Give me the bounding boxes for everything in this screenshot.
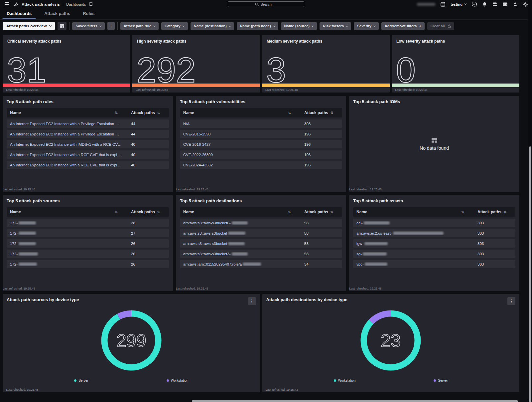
row-link[interactable]: arn:aws:ec2:us-east-: [356, 231, 392, 235]
dashboard-view-selector[interactable]: Attack paths overview: [3, 22, 55, 30]
breadcrumb[interactable]: Dashboards: [66, 2, 86, 6]
redacted-text: [232, 252, 248, 255]
panel-title: Critical severity attack paths: [3, 35, 130, 48]
sort-icon[interactable]: ⇅: [157, 210, 160, 214]
tab-rules[interactable]: Rules: [81, 9, 96, 19]
filter-chip-name-path-node[interactable]: Name (path node): [237, 22, 278, 30]
row-link[interactable]: sg-: [356, 252, 362, 256]
row-link[interactable]: CVE-2016-3427: [183, 142, 210, 146]
filter-chip-category[interactable]: Category: [161, 22, 188, 30]
workspace-selector[interactable]: testing: [451, 2, 466, 6]
sort-icon[interactable]: ⇅: [330, 111, 333, 115]
filter-chip-attack-path-rule[interactable]: Attack path rule: [120, 22, 159, 30]
sort-icon[interactable]: ⇅: [157, 111, 160, 115]
row-link[interactable]: arn:aws:iam::011528295407:role/a: [183, 262, 242, 266]
filter-chip-name-source[interactable]: Name (source): [281, 22, 317, 30]
last-refreshed: Last refreshed: 19:25:48: [132, 87, 260, 93]
row-link[interactable]: arn:aws:s3::aws-s3bucket: [183, 242, 227, 246]
falcon-badge-icon[interactable]: [471, 1, 477, 7]
row-link[interactable]: 172-: [10, 231, 18, 235]
tab-attack-paths[interactable]: Attack paths: [42, 9, 72, 19]
donut-chart[interactable]: 23: [357, 307, 424, 374]
table-header: Name⇅Attack paths⇅: [353, 207, 515, 217]
sort-icon[interactable]: ⇅: [115, 111, 118, 115]
row-link[interactable]: 172-: [10, 242, 18, 246]
redacted-text: [19, 242, 36, 245]
sort-icon[interactable]: ⇅: [288, 210, 291, 214]
donut-chart-wrap: 299: [3, 307, 260, 374]
row-link[interactable]: CVE-2015-2590: [183, 132, 210, 136]
grid-icon[interactable]: [440, 2, 446, 7]
filter-chip-name-destination[interactable]: Name (destination): [191, 22, 234, 30]
filter-chip-risk-factors[interactable]: Risk factors: [320, 22, 351, 30]
panel-top-5-attack-path-destinations: Top 5 attack path destinationsName⇅Attac…: [176, 195, 346, 291]
donut-center-value: 23: [381, 330, 401, 350]
notifications-icon[interactable]: [482, 2, 487, 7]
panel-title: Top 5 attack path vulnerabilities: [180, 99, 342, 104]
add-remove-filters-button[interactable]: Add/remove filters +: [381, 22, 425, 30]
row-link[interactable]: N/A: [183, 122, 190, 126]
empty-state: No data found: [349, 138, 519, 151]
legend-item-server[interactable]: Server: [74, 379, 88, 382]
sort-icon[interactable]: ⇅: [330, 210, 333, 214]
row-link[interactable]: An Internet Exposed EC2 Instance with a …: [10, 132, 122, 136]
sort-icon[interactable]: ⇅: [288, 111, 291, 115]
search-bar[interactable]: [228, 1, 304, 7]
sort-icon[interactable]: ⇅: [503, 210, 506, 214]
table-row: 172-26: [7, 250, 169, 258]
dashboard-board: Critical severity attack paths31Last ref…: [0, 32, 532, 392]
row-link[interactable]: CVE-2024-43532: [183, 163, 213, 167]
api-code-icon[interactable]: [502, 2, 508, 7]
severity-card-critical-severity-attack-paths: Critical severity attack paths31Last ref…: [3, 35, 130, 93]
legend-item-workstation[interactable]: Workstation: [167, 379, 189, 382]
row-link[interactable]: arn:aws:s3::aws-s3bucket: [183, 231, 227, 235]
chevron-down-icon: [229, 24, 231, 27]
row-link[interactable]: vpc-: [356, 262, 364, 266]
lock-icon: [448, 24, 451, 28]
tab-dashboards[interactable]: Dashboards: [5, 9, 34, 19]
legend-item-workstation[interactable]: Workstation: [334, 379, 356, 382]
clear-all-button[interactable]: Clear all: [427, 22, 454, 30]
sort-icon[interactable]: ⇅: [115, 210, 118, 214]
top5-panels-grid: Top 5 attack path rulesName⇅Attack paths…: [3, 96, 519, 291]
legend-item-server[interactable]: Server: [434, 379, 448, 382]
row-link[interactable]: igw-: [356, 242, 363, 246]
last-refreshed: Last refreshed: 19:25:48: [3, 286, 173, 291]
row-attack-paths-value: 58: [304, 242, 339, 246]
svg-text:31: 31: [7, 52, 46, 84]
row-attack-paths-value: 27: [131, 231, 166, 235]
last-refreshed: Last refreshed: 19:25:43: [262, 387, 520, 392]
filter-options-kebab[interactable]: ⋮: [107, 22, 115, 30]
row-link[interactable]: arn:aws:s3::aws-s3bucket0-: [183, 221, 231, 225]
filter-chip-severity[interactable]: Severity: [354, 22, 379, 30]
table-icon: [432, 138, 437, 143]
theme-toggle-icon[interactable]: [523, 2, 528, 7]
row-link[interactable]: An Internet Exposed EC2 Instance with a …: [10, 153, 122, 157]
row-link[interactable]: 172-: [10, 252, 18, 256]
page-title: Attack path analysis: [22, 2, 60, 6]
row-link[interactable]: An Internet Exposed EC2 Instance with a …: [10, 163, 122, 167]
feed-icon[interactable]: [492, 2, 497, 7]
saved-filters-button[interactable]: Saved filters: [72, 22, 104, 30]
scrollbar-thumb[interactable]: [529, 146, 531, 402]
user-icon[interactable]: [513, 2, 518, 7]
row-link[interactable]: An Internet Exposed EC2 Instance with IM…: [10, 142, 122, 146]
menu-icon[interactable]: [4, 1, 10, 7]
row-link[interactable]: CVE-2022-26809: [183, 153, 213, 157]
bookmark-icon[interactable]: [89, 2, 93, 6]
panel-attack-path-sources-by-device-type: Attack path sources by device type⋮299Se…: [3, 294, 260, 392]
row-link[interactable]: 172-: [10, 262, 18, 266]
table-row: CVE-2024-43532196: [180, 161, 342, 169]
row-link[interactable]: acl-: [356, 221, 363, 225]
panel-menu-button[interactable]: ⋮: [507, 297, 515, 305]
row-link[interactable]: arn:aws:s3::aws-s3bucket3-: [183, 252, 231, 256]
sort-icon[interactable]: ⇅: [461, 210, 464, 214]
row-link[interactable]: An Internet Exposed EC2 Instance with a …: [10, 122, 122, 126]
row-link[interactable]: 172-: [10, 221, 18, 225]
panel-menu-button[interactable]: ⋮: [248, 297, 256, 305]
row-attack-paths-value: 28: [131, 221, 166, 225]
donut-chart[interactable]: 299: [98, 307, 165, 374]
layout-icon[interactable]: [58, 22, 66, 30]
table-row: CVE-2015-2590196: [180, 130, 342, 138]
search-input[interactable]: [261, 2, 277, 6]
